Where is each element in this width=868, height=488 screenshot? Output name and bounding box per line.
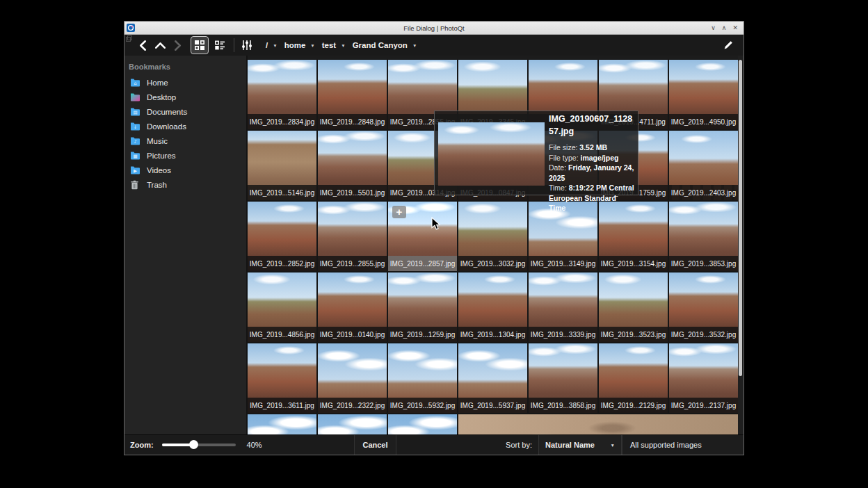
sidebar-item-music[interactable]: ♪Music	[124, 133, 246, 148]
thumbnail-cell[interactable]: IMG_2019...3858.jpg	[529, 343, 597, 413]
thumbnail-cell[interactable]	[388, 414, 457, 434]
bookmarks-header: Bookmarks	[124, 61, 246, 75]
breadcrumb-dropdown-arrow[interactable]: ▼	[310, 42, 314, 48]
sort-by-dropdown[interactable]: Natural Name ▼	[538, 435, 622, 455]
thumbnail-cell[interactable]: IMG_2019...2852.jpg	[248, 202, 316, 271]
thumbnail-cell[interactable]	[458, 414, 738, 434]
breadcrumb-segment-grand-canyon[interactable]: Grand Canyon▼	[353, 41, 417, 49]
thumbnail-filename: IMG_2019...2322.jpg	[318, 398, 387, 413]
thumbnail-cell[interactable]: IMG_2019...2848.jpg	[318, 60, 387, 129]
maximize-button[interactable]: ∧	[722, 22, 727, 34]
thumbnail-cell[interactable]: IMG_2019...2137.jpg	[669, 343, 738, 413]
scrollbar-thumb[interactable]	[739, 60, 742, 376]
thumbnail-cell[interactable]: IMG_2019...3853.jpg	[669, 202, 738, 271]
breadcrumb-segment-root[interactable]: /▼	[266, 41, 278, 49]
back-button[interactable]	[136, 37, 150, 54]
file-type-filter-value: All supported images	[630, 441, 702, 449]
thumbnail-cell[interactable]	[248, 414, 316, 434]
sidebar-item-documents[interactable]: ▤Documents	[124, 104, 246, 119]
grid-view-button[interactable]	[191, 36, 209, 54]
breadcrumb-label: home	[284, 41, 306, 49]
thumbnail-filename: IMG_2019...3853.jpg	[669, 256, 738, 271]
thumbnail-cell[interactable]: IMG_2019...3339.jpg	[529, 273, 597, 342]
thumbnail-cell[interactable]: IMG_2019...3032.jpg	[458, 202, 527, 271]
thumbnail-cell[interactable]: IMG_2019...5937.jpg	[458, 343, 527, 413]
scrollbar-track[interactable]	[738, 56, 744, 434]
thumbnail-cell[interactable]: IMG_2019...3611.jpg	[248, 343, 316, 413]
close-button[interactable]: ✕	[732, 22, 738, 34]
thumbnail-filename: IMG_2019...3154.jpg	[599, 256, 668, 271]
minimize-button[interactable]: ∨	[711, 22, 716, 34]
thumbnail-filename: IMG_2019...3858.jpg	[529, 398, 597, 413]
thumbnail-filename: IMG_2019...5932.jpg	[388, 398, 457, 413]
detach-window-icon[interactable]	[126, 35, 132, 42]
svg-text:↓: ↓	[134, 124, 137, 130]
thumbnail-cell[interactable]: IMG_2019...2403.jpg	[669, 131, 738, 200]
breadcrumb-segment-home[interactable]: home▼	[284, 41, 315, 49]
svg-text:▤: ▤	[134, 110, 138, 115]
add-select-button[interactable]: +	[392, 206, 406, 218]
thumbnail-filename: IMG_2019...5937.jpg	[458, 398, 527, 413]
file-type-filter-dropdown[interactable]: All supported images	[622, 435, 744, 455]
thumbnail-cell[interactable]: IMG_2019...4950.jpg	[669, 60, 738, 129]
zoom-slider-knob[interactable]	[189, 440, 198, 449]
settings-filter-button[interactable]	[240, 37, 254, 54]
breadcrumb-dropdown-arrow[interactable]: ▼	[273, 42, 277, 48]
trash-icon	[130, 180, 141, 190]
breadcrumb: /▼home▼test▼Grand Canyon▼	[266, 41, 424, 49]
thumbnail-cell[interactable]: IMG_2019...2322.jpg	[318, 343, 387, 413]
thumbnail-cell[interactable]: IMG_2019...1259.jpg	[388, 273, 457, 342]
breadcrumb-dropdown-arrow[interactable]: ▼	[341, 42, 345, 48]
thumbnail-filename: IMG_2019...2137.jpg	[669, 398, 738, 413]
thumbnail-cell[interactable]: IMG_2019...5932.jpg	[388, 343, 457, 413]
zoom-slider[interactable]	[162, 440, 236, 450]
pictures-folder-icon: ▦	[130, 151, 141, 161]
breadcrumb-segment-test[interactable]: test▼	[322, 41, 346, 49]
breadcrumb-dropdown-arrow[interactable]: ▼	[412, 42, 417, 48]
thumbnail-cell[interactable]: IMG_2019...2857.jpg+	[388, 202, 457, 271]
sidebar-item-downloads[interactable]: ↓Downloads	[124, 119, 246, 133]
sidebar-item-label: Pictures	[147, 152, 176, 160]
toolbar: /▼home▼test▼Grand Canyon▼	[124, 35, 744, 56]
thumbnail-cell[interactable]: IMG_2019...2129.jpg	[599, 343, 668, 413]
thumbnail-filename: IMG_2019...1259.jpg	[388, 327, 457, 342]
thumbnail-filename: IMG_2019...2403.jpg	[669, 185, 738, 200]
documents-folder-icon: ▤	[130, 107, 141, 117]
thumbnail-cell[interactable]: IMG_2019...0140.jpg	[318, 273, 387, 342]
thumbnail-filename: IMG_2019...2848.jpg	[318, 114, 387, 129]
breadcrumb-label: Grand Canyon	[353, 41, 408, 49]
thumbnail-cell[interactable]: IMG_2019...1304.jpg	[458, 273, 527, 342]
thumbnail-filename: IMG_2019...3149.jpg	[529, 256, 597, 271]
thumbnail-cell[interactable]: IMG_2019...3532.jpg	[669, 273, 738, 342]
thumbnail-filename: IMG_2019...4950.jpg	[669, 114, 738, 129]
thumbnail-cell[interactable]	[318, 414, 387, 434]
up-button[interactable]	[153, 37, 167, 54]
sidebar-item-label: Home	[147, 79, 168, 87]
sidebar-item-home[interactable]: ⌂Home	[124, 75, 246, 90]
desktop-background: File Dialog | PhotoQt ∨ ∧ ✕	[0, 0, 868, 488]
cancel-button[interactable]: Cancel	[354, 435, 396, 455]
sidebar-item-label: Videos	[147, 166, 171, 174]
zoom-label: Zoom:	[130, 441, 154, 449]
thumbnail-cell[interactable]: IMG_2019...3523.jpg	[599, 273, 668, 342]
sidebar-item-desktop[interactable]: Desktop	[124, 90, 246, 104]
titlebar[interactable]: File Dialog | PhotoQt ∨ ∧ ✕	[124, 22, 744, 35]
svg-text:♪: ♪	[134, 139, 137, 145]
thumbnail-filename: IMG_2019...2129.jpg	[599, 398, 668, 413]
breadcrumb-label: test	[322, 41, 336, 49]
sidebar-item-pictures[interactable]: ▦Pictures	[124, 148, 246, 163]
edit-path-button[interactable]	[718, 37, 737, 54]
thumbnail-filename: IMG_2019...3611.jpg	[248, 398, 316, 413]
thumbnail-cell[interactable]: IMG_2019...4856.jpg	[248, 273, 316, 342]
thumbnail-cell[interactable]: IMG_2019...2855.jpg	[318, 202, 387, 271]
thumbnail-cell[interactable]: IMG_2019...5146.jpg	[248, 131, 316, 200]
sidebar-item-label: Trash	[147, 181, 167, 189]
thumbnail-cell[interactable]: IMG_2019...5501.jpg	[318, 131, 387, 200]
forward-button[interactable]	[170, 37, 184, 54]
sidebar-item-trash[interactable]: Trash	[124, 177, 246, 192]
home-folder-icon: ⌂	[130, 78, 141, 88]
thumbnail-cell[interactable]: IMG_2019...2834.jpg	[248, 60, 316, 129]
sidebar-item-videos[interactable]: ▶Videos	[124, 163, 246, 177]
thumbnail-filename: IMG_2019...2855.jpg	[318, 256, 387, 271]
list-view-button[interactable]	[211, 37, 228, 54]
